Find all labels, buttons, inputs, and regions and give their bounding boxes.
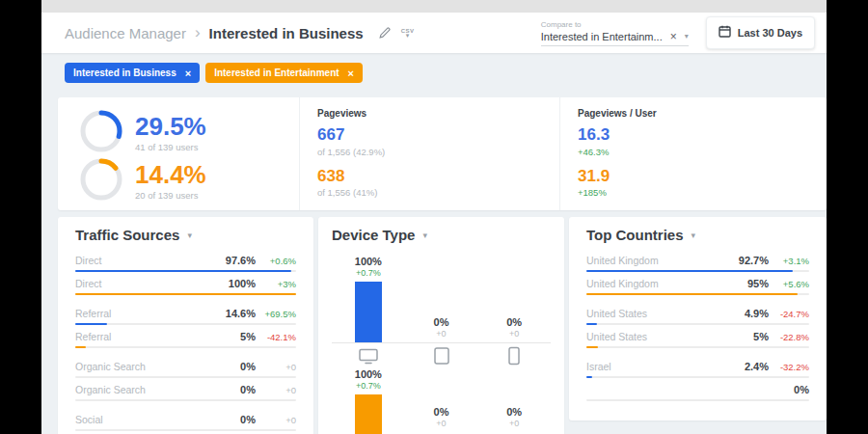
breadcrumb-audience-manager[interactable]: Audience Manager (65, 25, 186, 41)
bar-track (75, 346, 296, 348)
bar-row-header: United States4.9%-24.7% (586, 308, 809, 319)
csv-download-icon[interactable]: CSV ▾ (401, 28, 415, 38)
bar-track (586, 399, 809, 401)
row-change: -42.1% (256, 332, 296, 342)
pageviews-per-user-metric: 16.3+46.3% (578, 126, 827, 157)
pageviews-subtext: of 1,556 (41%) (317, 187, 559, 198)
device-column-desktop: 100%+0.7% (332, 368, 405, 432)
row-change: +0.6% (256, 256, 296, 266)
row-value: 0% (240, 361, 256, 372)
row-label: United Kingdom (586, 255, 659, 266)
device-type-title: Device Type (332, 227, 415, 243)
row-value: 97.6% (226, 255, 256, 266)
row-label: Social (75, 414, 103, 425)
pageviews-per-user-summary: Pageviews / User 16.3+46.3%31.9+185% (559, 97, 827, 210)
top-countries-caret-icon[interactable]: ▾ (692, 231, 696, 240)
users-summary: 29.5%41 of 139 users14.4%20 of 139 users (58, 97, 299, 210)
pageviews-summary: Pageviews 667of 1,556 (42.9%)638of 1,556… (299, 97, 559, 210)
mobile-icon (477, 346, 551, 366)
row-label: Referral (75, 331, 111, 342)
bar-row-header: Organic Search0%+0 (75, 384, 296, 395)
device-bar (355, 282, 382, 342)
bar-track (75, 376, 296, 378)
date-range-button[interactable]: Last 30 Days (706, 16, 815, 49)
row-change: +0 (256, 385, 296, 395)
bar-fill (586, 323, 597, 325)
bar-row-header: 0% (586, 384, 809, 395)
bar-row-header: Organic Search0%+0 (75, 361, 296, 372)
device-type-caret-icon[interactable]: ▾ (422, 231, 427, 240)
row-values: 14.6%+69.5% (226, 308, 296, 319)
segment-tag: Interested in Entertainment× (205, 63, 363, 83)
row-values: 0% (794, 384, 809, 395)
device-column-tablet: 0%+0 (405, 255, 478, 342)
row-change: +0 (256, 415, 296, 425)
traffic-sources-panel: Traffic Sources ▾ Direct97.6%+0.6%Direct… (58, 217, 313, 434)
donut-chart (79, 157, 123, 205)
row-change: -24.7% (769, 309, 809, 319)
compare-clear-icon[interactable]: × (670, 32, 677, 41)
row-label: United States (586, 308, 647, 319)
bar-row-header: Referral14.6%+69.5% (75, 308, 296, 319)
bar-track (75, 323, 296, 325)
pageviews-metric: 638of 1,556 (41%) (317, 168, 559, 199)
row-values: 97.6%+0.6% (226, 255, 296, 266)
country-row: 0% (586, 384, 809, 401)
bar-track (75, 429, 296, 431)
device-bar-change: +0 (434, 419, 449, 429)
top-countries-panel: Top Countries ▾ United Kingdom92.7%+3.1%… (569, 217, 827, 420)
device-bar (355, 394, 382, 434)
pageviews-per-user-title: Pageviews / User (578, 108, 827, 119)
device-chart-blue-series: 100%+0.7%0%+00%+0 (332, 255, 551, 343)
pageviews-metric: 667of 1,556 (42.9%) (317, 126, 559, 157)
row-values: 0%+0 (240, 414, 296, 425)
device-bar-value: 100% (355, 256, 382, 268)
users-metric: 14.4%20 of 139 users (79, 157, 299, 205)
bar-track (586, 293, 809, 295)
screen: Audience Manager › Interested in Busines… (0, 0, 868, 434)
traffic-sources-caret-icon[interactable]: ▾ (187, 231, 192, 240)
tag-close-icon[interactable]: × (185, 68, 191, 79)
bar-track (75, 399, 296, 401)
row-change: +3% (256, 279, 296, 289)
country-row: United Kingdom92.7%+3.1% (586, 255, 809, 272)
device-bar-change: +0 (434, 329, 449, 339)
row-label: Direct (75, 255, 101, 266)
row-change: +0 (256, 362, 296, 372)
row-label: Direct (75, 278, 101, 289)
device-icons-row (332, 343, 551, 368)
device-bar-label: 0%+0 (506, 406, 522, 429)
page-title: Interested in Business (209, 25, 364, 41)
edit-icon[interactable] (378, 26, 392, 40)
segment-tag: Interested in Business× (65, 63, 200, 83)
bar-track (586, 346, 809, 348)
row-values: 5%-22.8% (753, 331, 809, 342)
compare-caret-icon[interactable]: ▾ (685, 32, 689, 41)
bar-fill (586, 346, 598, 348)
row-change: +3.1% (769, 256, 809, 266)
users-subtext: 41 of 139 users (135, 142, 206, 152)
compare-to-field[interactable]: Compare to Interested in Entertainm... ×… (541, 20, 689, 46)
pageviews-per-user-metric: 31.9+185% (578, 168, 827, 199)
row-values: 95%+5.6% (747, 278, 809, 289)
bar-track (75, 270, 296, 272)
traffic-source-row: Direct100%+3% (75, 278, 296, 295)
bar-track (586, 376, 809, 378)
traffic-source-row: Organic Search0%+0 (75, 361, 296, 378)
row-value: 5% (753, 331, 769, 342)
compare-to-value[interactable]: Interested in Entertainm... (541, 31, 663, 42)
country-row: United States4.9%-24.7% (586, 308, 809, 325)
calendar-icon (719, 24, 731, 41)
device-column-mobile: 0%+0 (477, 368, 551, 432)
bar-fill (75, 323, 107, 325)
row-label: Organic Search (75, 384, 146, 395)
compare-to-label: Compare to (541, 20, 689, 29)
donut-chart (79, 109, 123, 157)
row-label: Organic Search (75, 361, 146, 372)
row-change: -22.8% (769, 332, 809, 342)
tag-close-icon[interactable]: × (348, 68, 354, 79)
device-column-desktop: 100%+0.7% (332, 255, 405, 342)
breadcrumb: Audience Manager › Interested in Busines… (65, 23, 415, 42)
desktop-icon (332, 348, 405, 365)
bar-row-header: Direct100%+3% (75, 278, 296, 289)
